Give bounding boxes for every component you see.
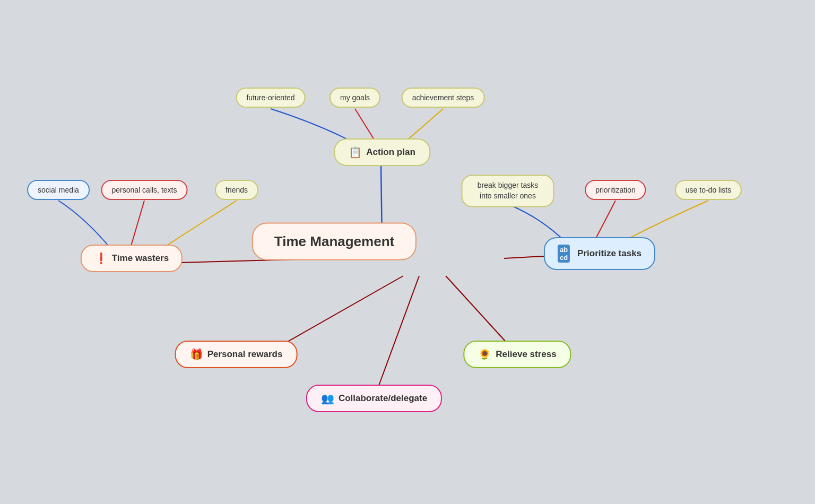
leaf-my-goals[interactable]: my goals bbox=[330, 88, 380, 108]
relieve-stress-node[interactable]: 🌻 Relieve stress bbox=[463, 341, 571, 368]
center-node[interactable]: Time Management bbox=[252, 223, 417, 260]
prioritize-tasks-node[interactable]: abcd Prioritize tasks bbox=[544, 237, 655, 270]
collaborate-node[interactable]: 👥 Collaborate/delegate bbox=[306, 385, 442, 412]
collaborate-icon: 👥 bbox=[321, 392, 334, 405]
time-wasters-node[interactable]: ❗ Time wasters bbox=[81, 245, 183, 272]
action-plan-label: Action plan bbox=[366, 147, 415, 158]
time-wasters-label: Time wasters bbox=[112, 253, 169, 264]
prioritize-icon: abcd bbox=[558, 245, 570, 263]
svg-line-5 bbox=[374, 276, 419, 398]
leaf-social-media[interactable]: social media bbox=[27, 180, 90, 200]
relieve-stress-label: Relieve stress bbox=[496, 349, 556, 360]
prioritize-label: Prioritize tasks bbox=[577, 248, 641, 259]
leaf-achievement-steps[interactable]: achievement steps bbox=[402, 88, 485, 108]
action-plan-icon: 📋 bbox=[349, 146, 362, 159]
leaf-prioritization[interactable]: prioritization bbox=[585, 180, 646, 200]
relieve-stress-icon: 🌻 bbox=[478, 348, 491, 361]
personal-rewards-node[interactable]: 🎁 Personal rewards bbox=[175, 341, 298, 368]
leaf-use-todo[interactable]: use to-do lists bbox=[675, 180, 742, 200]
leaf-friends[interactable]: friends bbox=[215, 180, 258, 200]
action-plan-node[interactable]: 📋 Action plan bbox=[334, 138, 430, 166]
leaf-future-oriented[interactable]: future-oriented bbox=[236, 88, 305, 108]
leaf-personal-calls[interactable]: personal calls, texts bbox=[101, 180, 188, 200]
time-wasters-icon: ❗ bbox=[94, 252, 108, 265]
personal-rewards-icon: 🎁 bbox=[190, 348, 203, 361]
leaf-break-bigger[interactable]: break bigger tasks into smaller ones bbox=[462, 175, 554, 207]
personal-rewards-label: Personal rewards bbox=[207, 349, 283, 360]
collaborate-label: Collaborate/delegate bbox=[339, 393, 427, 404]
svg-line-7 bbox=[130, 201, 144, 249]
svg-line-8 bbox=[594, 201, 615, 241]
